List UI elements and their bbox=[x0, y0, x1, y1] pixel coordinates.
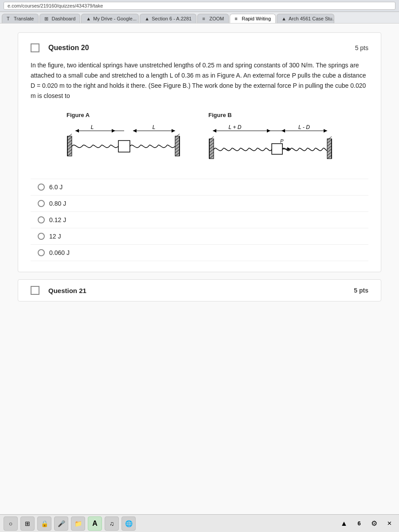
svg-marker-35 bbox=[324, 129, 327, 133]
figure-a-label: Figure A bbox=[66, 112, 90, 118]
zoom-tab-icon: ≡ bbox=[202, 16, 207, 21]
tab-arch[interactable]: ▲ Arch 4561 Case Stu... bbox=[277, 14, 334, 23]
tab-arch-label: Arch 4561 Case Stu... bbox=[289, 16, 334, 21]
search-button[interactable]: ○ bbox=[4, 516, 18, 531]
question-text: In the figure, two identical springs hav… bbox=[31, 60, 368, 101]
radio-3[interactable] bbox=[38, 216, 45, 223]
wifi-icon[interactable]: ▲ bbox=[338, 517, 350, 530]
text-icon: A bbox=[92, 520, 98, 528]
close-icon[interactable]: ✕ bbox=[383, 517, 395, 530]
music-icon: ♫ bbox=[110, 520, 114, 527]
mydrive-tab-icon: ▲ bbox=[86, 16, 91, 21]
tab-rapidwriting[interactable]: ≡ Rapid Writing bbox=[230, 14, 276, 23]
badge-icon: 6 bbox=[353, 517, 365, 530]
taskbar: ○ ⊞ 🔒 🎤 📁 A ♫ 🌐 ▲ 6 ⚙ ✕ bbox=[0, 514, 399, 532]
section6-tab-icon: ▲ bbox=[145, 16, 150, 21]
svg-text:L
            +
            D: L + D bbox=[228, 124, 241, 130]
tab-section6-label: Section 6 - A.2281 bbox=[152, 16, 192, 21]
question-21-pts: 5 pts bbox=[354, 287, 368, 294]
radio-2[interactable] bbox=[38, 200, 45, 207]
badge-number: 6 bbox=[357, 520, 360, 527]
svg-marker-2 bbox=[112, 129, 115, 133]
search-icon: ○ bbox=[9, 520, 12, 527]
figure-b-diagram: L + D L - D bbox=[208, 122, 332, 166]
question21-checkbox[interactable] bbox=[31, 286, 39, 295]
radio-5[interactable] bbox=[38, 249, 45, 256]
answer-option-3[interactable]: 0.12 J bbox=[31, 212, 368, 228]
answer-option-2[interactable]: 0.80 J bbox=[31, 196, 368, 212]
question-header: Question 20 5 pts bbox=[31, 43, 368, 52]
tab-zoom[interactable]: ≡ ZOOM bbox=[197, 14, 229, 23]
svg-marker-30 bbox=[267, 129, 270, 133]
tab-dashboard[interactable]: ⊞ Dashboard bbox=[39, 14, 80, 23]
gear-icon[interactable]: ⚙ bbox=[368, 517, 380, 530]
figures-container: Figure A L L bbox=[31, 112, 368, 166]
radio-1[interactable] bbox=[38, 184, 45, 191]
svg-rect-46 bbox=[272, 144, 282, 154]
answer-label-2: 0.80 J bbox=[49, 200, 66, 207]
question-21-title: Question 21 bbox=[48, 287, 86, 294]
lock-icon: 🔒 bbox=[41, 520, 48, 527]
question-20-card: Question 20 5 pts In the figure, two ide… bbox=[18, 32, 381, 272]
tab-mydrive-label: My Drive - Google... bbox=[93, 16, 137, 21]
mic-button[interactable]: 🎤 bbox=[54, 516, 68, 531]
svg-text:L: L bbox=[153, 124, 156, 130]
answer-label-3: 0.12 J bbox=[49, 216, 66, 223]
mic-icon: 🎤 bbox=[58, 520, 65, 527]
lock-button[interactable]: 🔒 bbox=[37, 516, 51, 531]
svg-text:L: L bbox=[91, 124, 94, 130]
svg-marker-1 bbox=[75, 129, 79, 133]
question-checkbox[interactable] bbox=[31, 43, 39, 52]
grid-button[interactable]: ⊞ bbox=[20, 516, 35, 531]
answer-options: 6.0 J 0.80 J 0.12 J 12 J 0.060 J bbox=[31, 179, 368, 261]
figure-b-section: Figure B L + D bbox=[208, 112, 332, 166]
browser-bar: e.com/courses/219160/quizzes/434379/take bbox=[0, 0, 399, 12]
question-21-bar: Question 21 5 pts bbox=[18, 279, 381, 301]
music-button[interactable]: ♫ bbox=[105, 516, 119, 531]
translate-tab-icon: T bbox=[7, 16, 12, 21]
browser-icon: 🌐 bbox=[125, 520, 133, 527]
svg-text:P: P bbox=[280, 138, 284, 144]
url-bar[interactable]: e.com/courses/219160/quizzes/434379/take bbox=[4, 2, 395, 10]
svg-text:L
            -
            D: L - D bbox=[298, 124, 310, 130]
svg-marker-7 bbox=[172, 129, 175, 133]
tab-zoom-label: ZOOM bbox=[209, 16, 224, 21]
svg-marker-34 bbox=[282, 129, 285, 133]
browser-button[interactable]: 🌐 bbox=[121, 516, 136, 531]
arch-tab-icon: ▲ bbox=[282, 16, 287, 21]
svg-marker-6 bbox=[133, 129, 137, 133]
text-button[interactable]: A bbox=[88, 516, 102, 531]
dashboard-tab-icon: ⊞ bbox=[44, 16, 50, 21]
main-content: Question 20 5 pts In the figure, two ide… bbox=[0, 23, 399, 529]
answer-label-4: 12 J bbox=[49, 233, 61, 240]
tab-section6[interactable]: ▲ Section 6 - A.2281 bbox=[140, 14, 196, 23]
question-title: Question 20 bbox=[48, 44, 89, 52]
tab-mydrive[interactable]: ▲ My Drive - Google... bbox=[81, 14, 139, 23]
rapidwriting-tab-icon: ≡ bbox=[235, 16, 240, 21]
svg-marker-29 bbox=[213, 129, 216, 133]
taskbar-right: ▲ 6 ⚙ ✕ bbox=[338, 517, 395, 530]
answer-option-5[interactable]: 0.060 J bbox=[31, 245, 368, 261]
svg-rect-18 bbox=[118, 141, 130, 152]
tab-translate-label: Translate bbox=[14, 16, 34, 21]
figure-b-label: Figure B bbox=[208, 112, 232, 118]
answer-label-5: 0.060 J bbox=[49, 249, 70, 256]
tab-dashboard-label: Dashboard bbox=[51, 16, 75, 21]
answer-option-1[interactable]: 6.0 J bbox=[31, 179, 368, 196]
question-points: 5 pts bbox=[355, 44, 368, 51]
folder-button[interactable]: 📁 bbox=[71, 516, 85, 531]
figure-a-diagram: L L bbox=[66, 122, 182, 162]
folder-icon: 📁 bbox=[74, 520, 82, 527]
grid-icon: ⊞ bbox=[25, 520, 30, 527]
answer-label-1: 6.0 J bbox=[49, 184, 63, 191]
tab-rapidwriting-label: Rapid Writing bbox=[242, 16, 271, 21]
radio-4[interactable] bbox=[38, 233, 45, 240]
answer-option-4[interactable]: 12 J bbox=[31, 228, 368, 245]
tab-bar: T Translate ⊞ Dashboard ▲ My Drive - Goo… bbox=[0, 12, 399, 23]
tab-translate[interactable]: T Translate bbox=[2, 14, 39, 23]
figure-a-section: Figure A L L bbox=[66, 112, 182, 166]
